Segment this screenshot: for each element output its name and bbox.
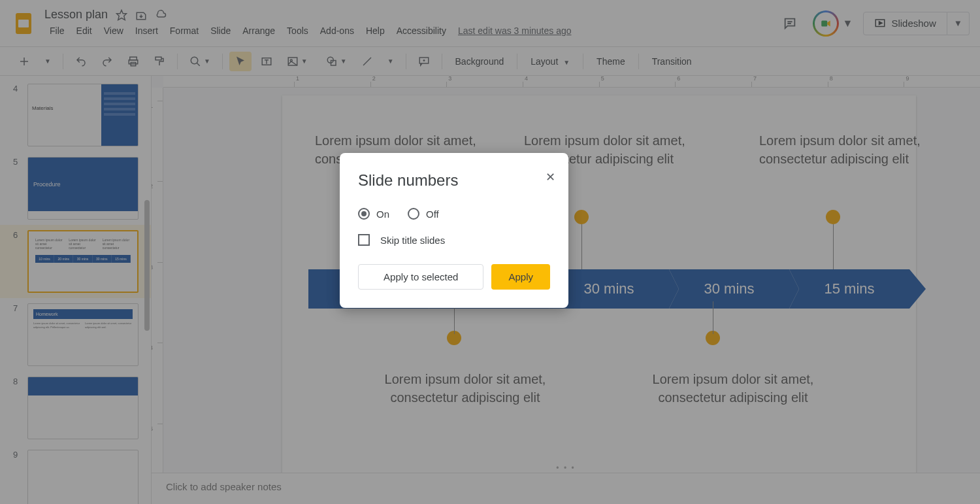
apply-to-selected-button[interactable]: Apply to selected — [358, 264, 483, 290]
radio-off-label: Off — [426, 209, 439, 220]
dialog-title: Slide numbers — [358, 171, 550, 190]
radio-off[interactable]: Off — [408, 208, 439, 220]
radio-icon — [358, 208, 370, 220]
radio-on-label: On — [376, 209, 389, 220]
apply-button[interactable]: Apply — [491, 264, 550, 290]
close-icon[interactable]: ✕ — [546, 170, 555, 184]
checkbox-icon — [358, 234, 370, 246]
checkbox-skip-title[interactable]: Skip title slides — [358, 234, 550, 246]
radio-on[interactable]: On — [358, 208, 389, 220]
checkbox-skip-label: Skip title slides — [380, 235, 445, 246]
slide-numbers-dialog: Slide numbers ✕ On Off Skip title slides… — [340, 153, 568, 308]
radio-icon — [408, 208, 419, 220]
